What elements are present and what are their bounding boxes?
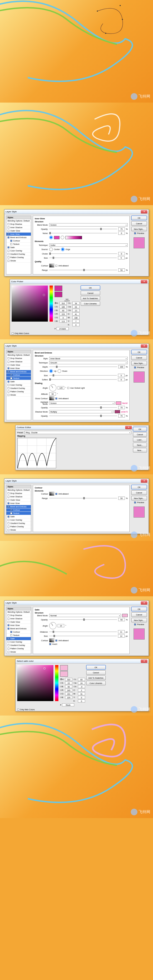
style-bevel[interactable]: Bevel and Emboss xyxy=(6,370,31,374)
cancel-button[interactable]: Cancel xyxy=(81,291,100,295)
ok-button[interactable]: OK xyxy=(131,607,147,611)
current-color[interactable] xyxy=(55,292,62,297)
close-icon[interactable]: ✕ xyxy=(141,210,147,213)
cancel-button[interactable]: Cancel xyxy=(131,221,147,226)
section-inner-glow: Layer Style✕ Styles Blending Options: De… xyxy=(0,205,153,339)
preview-swatch xyxy=(134,237,145,248)
angle-wheel[interactable] xyxy=(49,384,56,391)
watermark: 飞特网 xyxy=(131,93,150,100)
curves-svg xyxy=(0,0,153,103)
close-icon[interactable]: ✕ xyxy=(141,660,147,663)
tutorial-image-final: 飞特网 xyxy=(0,716,153,818)
close-icon[interactable]: ✕ xyxy=(141,479,147,483)
new-button[interactable]: New... xyxy=(133,448,147,452)
hex-input[interactable]: f5bdb xyxy=(62,703,74,706)
style-inner-shadow[interactable]: Inner Shadow xyxy=(6,226,31,229)
hex-input[interactable]: #72665 xyxy=(56,327,69,330)
section-contour: Layer Style✕ Styles Blending Options: De… xyxy=(0,474,153,541)
close-icon[interactable]: ✕ xyxy=(141,344,147,348)
color-libs-button[interactable]: Color Libraries xyxy=(81,301,100,306)
close-icon[interactable]: ✕ xyxy=(125,426,132,429)
opacity-slider[interactable] xyxy=(49,229,117,229)
close-icon[interactable]: ✕ xyxy=(141,280,147,283)
close-icon[interactable]: ✕ xyxy=(141,601,147,605)
hue-slider[interactable] xyxy=(55,665,58,701)
ok-button[interactable]: OK xyxy=(81,286,100,290)
layer-style-dialog: Layer Style✕ Styles Blending Options: De… xyxy=(4,209,149,277)
cancel-button[interactable]: Cancel xyxy=(131,355,147,360)
new-style-button[interactable]: New Style... xyxy=(131,227,147,231)
color-picker-dialog: Select satin color✕ ⦿H:322⦾L:83 ⦾S:22⦾a:… xyxy=(15,659,149,711)
load-button[interactable]: Load... xyxy=(133,438,147,442)
save-button[interactable]: Save... xyxy=(133,443,147,447)
layer-style-dialog: Layer Style✕ Styles Blending Options: De… xyxy=(4,344,149,422)
svg-point-2 xyxy=(120,5,121,6)
section-satin: Layer Style✕ Styles Blending Options: De… xyxy=(0,596,153,716)
tutorial-image-2: 飞特网 xyxy=(0,103,153,205)
ok-button[interactable]: OK xyxy=(133,427,147,431)
section-bevel: Layer Style✕ Styles Blending Options: De… xyxy=(0,339,153,474)
svg-point-3 xyxy=(97,11,98,12)
style-satin[interactable]: Satin xyxy=(6,637,31,640)
contour-swatch[interactable] xyxy=(49,264,54,267)
noise-slider[interactable] xyxy=(49,233,117,234)
ok-button[interactable]: OK xyxy=(86,665,106,670)
style-blend[interactable]: Blending Options: Default xyxy=(6,219,31,223)
style-inner-glow[interactable]: Inner Glow xyxy=(6,232,31,236)
preset-select[interactable]: Ring - Double xyxy=(24,431,131,434)
style-drop[interactable]: Drop Shadow xyxy=(6,223,31,226)
ok-button[interactable]: OK xyxy=(131,350,147,354)
color-radio[interactable] xyxy=(49,235,53,239)
contour-editor-dialog: Contour Editor✕ Preset:Ring - Double Map… xyxy=(15,425,149,470)
styles-list: Styles Blending Options: Default Drop Sh… xyxy=(6,216,31,274)
glow-color-swatch[interactable] xyxy=(54,236,60,239)
new-color xyxy=(55,286,62,291)
dialog-title: Layer Style xyxy=(6,210,17,213)
style-bevel[interactable]: Bevel and Emboss xyxy=(6,236,31,239)
contour-canvas[interactable] xyxy=(17,438,56,468)
ok-button[interactable]: OK xyxy=(131,216,147,220)
hue-slider[interactable] xyxy=(50,286,53,321)
satin-color-swatch[interactable] xyxy=(122,614,128,617)
technique-select[interactable]: Softer xyxy=(49,243,128,247)
color-field[interactable] xyxy=(17,665,53,701)
gradient-swatch[interactable] xyxy=(65,236,82,239)
style-contour[interactable]: Contour xyxy=(6,508,31,512)
blend-mode-select[interactable]: Screen xyxy=(49,223,128,226)
tutorial-image-1: 飞特网 xyxy=(0,0,153,103)
svg-point-1 xyxy=(105,33,106,34)
tutorial-image-3: 飞特网 xyxy=(0,541,153,596)
style-outer-glow[interactable]: Outer Glow xyxy=(6,229,31,232)
color-field[interactable] xyxy=(12,286,48,321)
svg-point-0 xyxy=(122,19,123,20)
color-picker-dialog: Color Picker✕ newcurrent ⦿H:316⦾L:34 ⦾S:… xyxy=(10,279,149,335)
ok-button[interactable]: OK xyxy=(131,485,147,489)
add-swatches-button[interactable]: Add To Swatches xyxy=(81,296,100,301)
